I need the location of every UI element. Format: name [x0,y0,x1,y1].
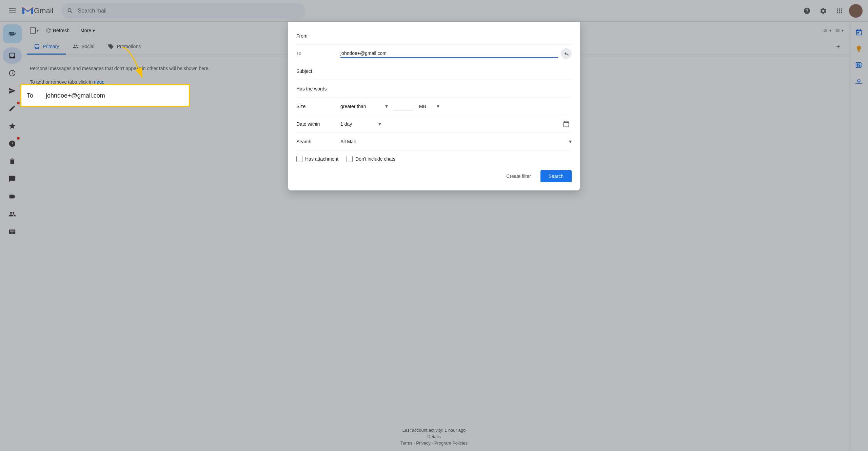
search-from-row: From [296,27,572,45]
from-input[interactable] [340,32,572,40]
size-comparator-select[interactable]: greater than less than [340,104,388,109]
search-size-row: Size greater than less than ▾ MB KB Byte… [296,98,572,115]
to-highlight-annotation: To johndoe+@gmail.com [20,84,190,107]
to-input[interactable] [340,49,558,58]
search-to-row: To [296,45,572,62]
subject-input[interactable] [340,67,572,76]
search-subject-row: Subject [296,62,572,80]
to-input-wrap [340,48,572,59]
calendar-picker-button[interactable] [561,119,572,129]
search-searchin-row: Search All Mail Inbox Starred Sent Mail … [296,133,572,150]
from-input-wrap [340,32,572,40]
dont-include-chats-checkbox[interactable] [347,156,353,162]
datewithin-label: Date within [296,121,340,127]
from-label: From [296,33,340,39]
search-submit-button[interactable]: Search [540,170,572,182]
haswords-input-wrap [340,84,572,93]
date-value-select[interactable]: 1 day 3 days 1 week 2 weeks 1 month 2 mo… [340,121,381,127]
date-input[interactable] [385,120,557,128]
size-unit-select[interactable]: MB KB Bytes [419,104,439,109]
searchin-select[interactable]: All Mail Inbox Starred Sent Mail Drafts … [340,139,572,144]
to-highlight-value: johndoe+@gmail.com [46,92,105,99]
haswords-label: Has the words [296,86,340,91]
subject-input-wrap [340,67,572,76]
size-unit-wrap: MB KB Bytes ▾ [419,104,439,109]
create-filter-button[interactable]: Create filter [501,171,536,182]
to-label: To [296,51,340,56]
date-value-wrap: 1 day 3 days 1 week 2 weeks 1 month 2 mo… [340,121,381,127]
to-highlight-label: To [27,92,40,99]
to-refresh-button[interactable] [561,48,572,59]
advanced-search-modal: From To Subject Has the words Size [288,22,580,190]
searchin-controls: All Mail Inbox Starred Sent Mail Drafts … [340,139,572,144]
dont-include-chats-checkbox-label[interactable]: Don't include chats [347,156,395,162]
size-value-input[interactable] [393,102,414,110]
searchin-label: Search [296,139,340,144]
search-checkboxes: Has attachment Don't include chats [296,150,572,165]
arrow-annotation [115,41,156,88]
has-attachment-checkbox[interactable] [296,156,302,162]
has-attachment-label: Has attachment [305,156,338,162]
search-datewithin-row: Date within 1 day 3 days 1 week 2 weeks … [296,115,572,133]
subject-label: Subject [296,68,340,74]
search-haswords-row: Has the words [296,80,572,98]
haswords-input[interactable] [340,84,572,93]
size-controls: greater than less than ▾ MB KB Bytes ▾ [340,102,572,110]
dont-include-chats-label: Don't include chats [355,156,395,162]
modal-footer: Create filter Search [296,165,572,182]
date-controls: 1 day 3 days 1 week 2 weeks 1 month 2 mo… [340,119,572,129]
searchin-select-wrap: All Mail Inbox Starred Sent Mail Drafts … [340,139,572,144]
size-comparator-wrap: greater than less than ▾ [340,104,388,109]
has-attachment-checkbox-label[interactable]: Has attachment [296,156,338,162]
size-label: Size [296,104,340,109]
